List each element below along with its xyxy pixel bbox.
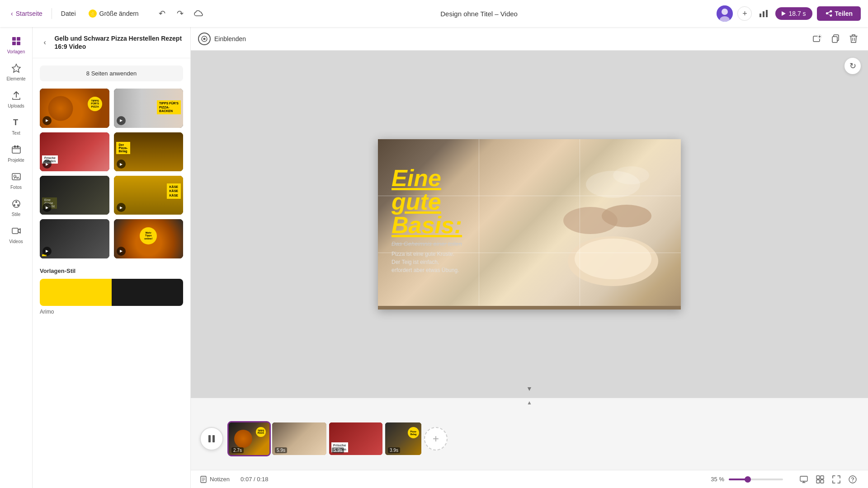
pizza-badge: TIPPSFÜR'SPIZZA [88, 97, 102, 111]
apply-button[interactable]: 8 Seiten anwenden [40, 66, 183, 81]
styles-icon [11, 199, 21, 211]
svg-rect-12 [12, 147, 20, 153]
sidebar-item-stile[interactable]: Stile [3, 195, 30, 221]
timeline-clip-3[interactable]: FrischeZutaten 5.9s [329, 422, 382, 455]
sidebar-item-uploads[interactable]: Uploads [3, 87, 30, 112]
thumb-play-1[interactable]: ▶ [42, 116, 52, 125]
template-thumb-2[interactable]: TIPPS FÜR'SPIZZA-BACKEN ▶ [114, 89, 184, 127]
style-dark [112, 279, 184, 306]
timeline-play-button[interactable] [200, 427, 223, 450]
template-thumb-4[interactable]: DerPizza-Belag ▶ [114, 132, 184, 171]
svg-text:T: T [13, 118, 18, 127]
cloud-icon [193, 9, 203, 18]
template-grid: TIPPSFÜR'SPIZZA ▶ TIPPS FÜR'SPIZZA-BACKE… [40, 89, 183, 258]
template-thumb-5[interactable]: EinedünneSchicht ▶ [40, 176, 109, 215]
header-right: + 18.7 s Teilen [717, 5, 861, 22]
svg-rect-21 [12, 228, 18, 234]
thumb-play-4[interactable]: ▶ [117, 160, 126, 169]
undo-button[interactable]: ↶ [155, 6, 170, 21]
collapse-handle[interactable]: ▲ [191, 398, 868, 407]
avatar[interactable] [717, 5, 733, 22]
sidebar-item-vorlagen[interactable]: Vorlagen [3, 33, 30, 58]
copy-button[interactable] [828, 32, 843, 46]
refresh-button[interactable]: ↻ [844, 58, 861, 74]
timeline-area: ▲ [191, 398, 868, 470]
fullscreen-button[interactable] [830, 473, 843, 486]
sidebar-stile-label: Stile [12, 212, 20, 217]
svg-rect-9 [17, 42, 20, 45]
thumb-play-2[interactable]: ▶ [117, 116, 126, 125]
hands-area [523, 148, 676, 293]
template-thumb-3[interactable]: FrischeZutaten ▶ [40, 132, 109, 171]
add-element-button[interactable] [810, 32, 825, 46]
template-thumb-7[interactable]: ▶ [40, 219, 109, 258]
svg-point-42 [852, 481, 853, 482]
transition-icon[interactable] [198, 33, 211, 45]
body-text-2: Der Teig ist einfach, [392, 259, 439, 265]
redo-button[interactable]: ↷ [173, 6, 188, 21]
zoom-slider[interactable] [729, 479, 783, 480]
template-thumb-8[interactable]: MehrTippsonline! ▶ [114, 219, 184, 258]
template-thumb-1[interactable]: TIPPSFÜR'SPIZZA ▶ [40, 89, 109, 127]
sidebar-item-elemente[interactable]: Elemente [3, 60, 30, 85]
style-name: Arimo [40, 309, 183, 315]
body-text-1: Pizza ist eine gute Kruste. [392, 251, 454, 257]
resize-button[interactable]: ⭐ Größe ändern [85, 8, 142, 19]
svg-rect-36 [800, 476, 807, 481]
notes-button[interactable]: Notizen [200, 476, 230, 483]
svg-rect-6 [12, 37, 16, 41]
svg-rect-14 [17, 145, 19, 148]
thumb-play-6[interactable]: ▶ [117, 203, 126, 212]
thumb-play-8[interactable]: ▶ [117, 247, 126, 256]
home-label: Startseite [16, 10, 42, 17]
sidebar-item-fotos[interactable]: Fotos [3, 168, 30, 193]
clip-duration-3: 5.9s [332, 447, 344, 453]
add-team-button[interactable]: + [737, 6, 752, 21]
style-preview[interactable] [40, 279, 183, 306]
timeline-clip-4[interactable]: Pizza-Belag 3.9s [385, 422, 421, 455]
svg-point-30 [602, 205, 651, 227]
help-button[interactable] [846, 473, 859, 486]
timeline-content: TIPPSPIZZA 2.7s 5.9s [191, 407, 868, 470]
template-thumb-6[interactable]: KÄSEKÄSEKÄSE ▶ [114, 176, 184, 215]
back-button[interactable]: ‹ [40, 36, 50, 49]
home-button[interactable]: ‹ Startseite [7, 8, 46, 19]
add-clip-button[interactable]: + [424, 427, 448, 450]
timeline-clip-2[interactable]: 5.9s [272, 422, 326, 455]
canvas-toolbar-left: Einblenden [198, 33, 246, 45]
sidebar-item-projekte[interactable]: Projekte [3, 141, 30, 166]
grid-view-button[interactable] [814, 473, 826, 486]
play-time-button[interactable]: 18.7 s [775, 7, 812, 20]
zoom-handle[interactable] [745, 476, 751, 483]
svg-rect-40 [821, 480, 824, 483]
timeline-clip-1[interactable]: TIPPSPIZZA 2.7s [229, 422, 269, 455]
cloud-save-button[interactable] [191, 6, 206, 21]
transition-svg [201, 36, 208, 42]
sidebar-item-videos[interactable]: Videos [3, 222, 30, 248]
canvas-toolbar: Einblenden [191, 27, 868, 51]
file-menu-button[interactable]: Datei [57, 8, 80, 19]
delete-button[interactable] [846, 32, 861, 46]
clip-duration-1: 2.7s [231, 447, 244, 453]
header-center: Design ohne Titel – Video [245, 10, 713, 18]
canvas-frame[interactable]: Eine gute Basis: Das Geheimnis einer tol… [378, 139, 681, 310]
notes-icon [200, 476, 207, 483]
templates-icon [11, 36, 21, 48]
thumb-play-3[interactable]: ▶ [42, 160, 52, 169]
sidebar-item-text[interactable]: T Text [3, 114, 30, 139]
canvas-text-block[interactable]: Eine gute Basis: Das Geheimnis einer tol… [392, 166, 462, 274]
svg-rect-33 [208, 435, 211, 442]
svg-point-32 [575, 239, 651, 279]
share-button[interactable]: Teilen [817, 6, 861, 21]
file-label: Datei [61, 10, 76, 17]
coin-icon: ⭐ [89, 9, 97, 18]
analytics-button[interactable] [756, 6, 771, 21]
clip-duration-4: 3.9s [388, 447, 400, 453]
zoom-label: 35 % [711, 476, 724, 483]
share-icon [825, 10, 832, 17]
collapse-arrow[interactable]: ▼ [524, 383, 535, 394]
elements-icon [11, 63, 21, 75]
screen-size-button[interactable] [797, 473, 810, 486]
thumb-play-7[interactable]: ▶ [42, 247, 52, 256]
svg-point-19 [17, 204, 19, 206]
